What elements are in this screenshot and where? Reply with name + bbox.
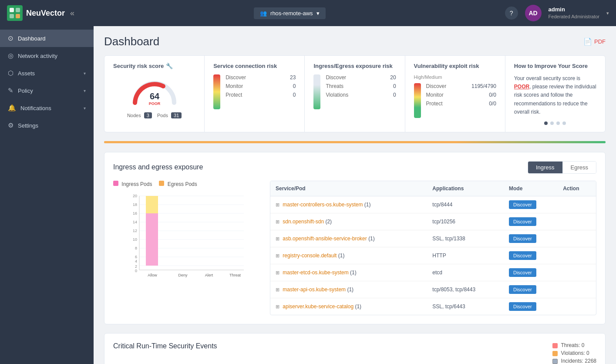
cell-app: tcp/10256 — [427, 213, 504, 230]
service-link[interactable]: master-controllers-os.kube-system — [283, 202, 363, 208]
sidebar-item-notifications[interactable]: 🔔 Notifications ▾ — [0, 99, 94, 117]
events-header: Critical Run-Time Security Events Threat… — [113, 342, 596, 364]
carousel-dot-2[interactable] — [550, 121, 554, 125]
cell-mode: Discover — [504, 196, 558, 213]
expand-icon[interactable]: ⊞ — [276, 304, 279, 309]
cluster-selector[interactable]: 👥 rhos-remote-aws ▾ — [254, 7, 326, 19]
cell-mode: Discover — [504, 281, 558, 298]
app-body: ⊙ Dashboard ◎ Network activity ⬡ Assets … — [0, 26, 616, 364]
service-link[interactable]: master-api-os.kube-system — [283, 286, 346, 293]
settings-icon: ⚙ — [8, 121, 13, 129]
cell-action — [558, 281, 596, 298]
cell-app: tcp/8053, tcp/8443 — [427, 281, 504, 298]
assets-arrow: ▾ — [84, 71, 86, 76]
sidebar-item-network-activity[interactable]: ◎ Network activity — [0, 47, 94, 64]
svg-rect-2 — [16, 8, 20, 12]
carousel-dots — [514, 121, 596, 125]
vuln-row-monitor: Monitor 0/0 — [426, 92, 496, 98]
expand-icon[interactable]: ⊞ — [276, 270, 279, 275]
improve-title: How to Improve Your Score — [514, 63, 596, 69]
discover-button[interactable]: Discover — [509, 268, 536, 277]
table-row: ⊞ apiserver.kube-service-catalog (1) SSL… — [270, 298, 596, 315]
table-row: ⊞ registry-console.default (1) HTTP Disc… — [270, 247, 596, 264]
carousel-dot-1[interactable] — [544, 121, 548, 125]
vulnerability-card: Vulnerability exploit risk High/Medium D… — [405, 56, 505, 132]
sidebar-item-dashboard[interactable]: ⊙ Dashboard — [0, 30, 94, 47]
pods-badge: 31 — [171, 112, 182, 118]
service-count: (2) — [325, 219, 332, 225]
help-button[interactable]: ? — [505, 7, 518, 20]
tab-ingress[interactable]: Ingress — [528, 162, 563, 173]
discover-button[interactable]: Discover — [509, 217, 536, 226]
events-legend: Threats: 0 Violations: 0 Incidents: 2268 — [552, 342, 596, 364]
cluster-dropdown-icon: ▾ — [316, 10, 320, 17]
cell-mode: Discover — [504, 247, 558, 264]
service-risk-row-protect: Protect 0 — [226, 92, 296, 98]
table-row: ⊞ master-controllers-os.kube-system (1) … — [270, 196, 596, 213]
service-risk-row-monitor: Monitor 0 — [226, 83, 296, 89]
svg-text:4: 4 — [135, 259, 137, 263]
expand-icon[interactable]: ⊞ — [276, 202, 279, 207]
events-title: Critical Run-Time Security Events — [113, 342, 217, 350]
sidebar-item-assets[interactable]: ⬡ Assets ▾ — [0, 64, 94, 82]
cell-action — [558, 230, 596, 247]
expand-icon[interactable]: ⊞ — [276, 253, 279, 258]
cell-action — [558, 298, 596, 315]
vulnerability-risk-table: Discover 1195/4790 Monitor 0/0 Protect 0… — [414, 83, 496, 118]
discover-button[interactable]: Discover — [509, 234, 536, 243]
sidebar-label-settings: Settings — [18, 122, 86, 129]
wrench-icon: 🔧 — [166, 63, 173, 69]
expand-icon[interactable]: ⊞ — [276, 236, 279, 241]
user-dropdown-arrow[interactable]: ▾ — [606, 10, 609, 16]
pdf-label: PDF — [594, 38, 606, 45]
bar-chart-svg: 20 18 16 14 12 10 8 6 4 2 0 — [113, 192, 261, 279]
cell-service: ⊞ master-controllers-os.kube-system (1) — [270, 196, 427, 213]
ingress-egress-title: Ingress and egress exposure — [113, 163, 203, 171]
sidebar-label-network: Network activity — [18, 53, 86, 59]
threats-legend: Threats: 0 — [552, 342, 596, 348]
service-link[interactable]: sdn.openshift-sdn — [283, 219, 324, 225]
expand-icon[interactable]: ⊞ — [276, 219, 279, 224]
tab-egress[interactable]: Egress — [563, 162, 596, 173]
sidebar-item-policy[interactable]: ✎ Policy ▾ — [0, 82, 94, 99]
discover-button[interactable]: Discover — [509, 285, 536, 294]
cell-service: ⊞ apiserver.kube-service-catalog (1) — [270, 298, 427, 315]
gauge-nodes-pods: Nodes 3 Pods 31 — [127, 113, 182, 118]
security-risk-title: Security risk score 🔧 — [113, 63, 195, 69]
ingress-bar-allow — [146, 213, 158, 266]
security-risk-card: Security risk score 🔧 64 POOR Nodes 3 — [104, 56, 205, 132]
policy-arrow: ▾ — [84, 88, 86, 93]
ie-risk-row-violations: Violations 0 — [326, 92, 396, 98]
carousel-dot-3[interactable] — [556, 121, 560, 125]
carousel-dot-4[interactable] — [562, 121, 566, 125]
sidebar-label-dashboard: Dashboard — [18, 35, 86, 42]
table-row: ⊞ master-api-os.kube-system (1) tcp/8053… — [270, 281, 596, 298]
service-link[interactable]: registry-console.default — [283, 253, 337, 259]
cell-app: SSL, tcp/1338 — [427, 230, 504, 247]
discover-button[interactable]: Discover — [509, 200, 536, 209]
pdf-button[interactable]: 📄 PDF — [583, 37, 606, 46]
pdf-icon: 📄 — [583, 37, 592, 46]
nodes-badge: 3 — [144, 112, 152, 118]
vulnerability-risk-rows: Discover 1195/4790 Monitor 0/0 Protect 0… — [426, 83, 496, 109]
cell-app: etcd — [427, 264, 504, 281]
ie-risk-row-discover: Discover 20 — [326, 74, 396, 81]
service-link[interactable]: apiserver.kube-service-catalog — [283, 303, 353, 310]
service-link[interactable]: master-etcd-os.kube-system — [283, 270, 348, 276]
sidebar-collapse-btn[interactable]: « — [70, 9, 74, 18]
score-cards: Security risk score 🔧 64 POOR Nodes 3 — [104, 55, 606, 132]
svg-text:16: 16 — [133, 211, 137, 216]
policy-icon: ✎ — [8, 87, 13, 94]
page-header: Dashboard 📄 PDF — [104, 35, 606, 48]
cell-mode: Discover — [504, 264, 558, 281]
cell-action — [558, 196, 596, 213]
service-link[interactable]: asb.openshift-ansible-service-broker — [283, 236, 367, 242]
assets-icon: ⬡ — [8, 69, 13, 77]
vulnerability-subtitle: High/Medium — [414, 74, 496, 80]
discover-button[interactable]: Discover — [509, 251, 536, 260]
sidebar-item-settings[interactable]: ⚙ Settings — [0, 117, 94, 134]
discover-button[interactable]: Discover — [509, 302, 536, 311]
network-icon: ◎ — [8, 52, 13, 60]
egress-legend: Egress Pods — [159, 181, 197, 187]
expand-icon[interactable]: ⊞ — [276, 287, 279, 292]
